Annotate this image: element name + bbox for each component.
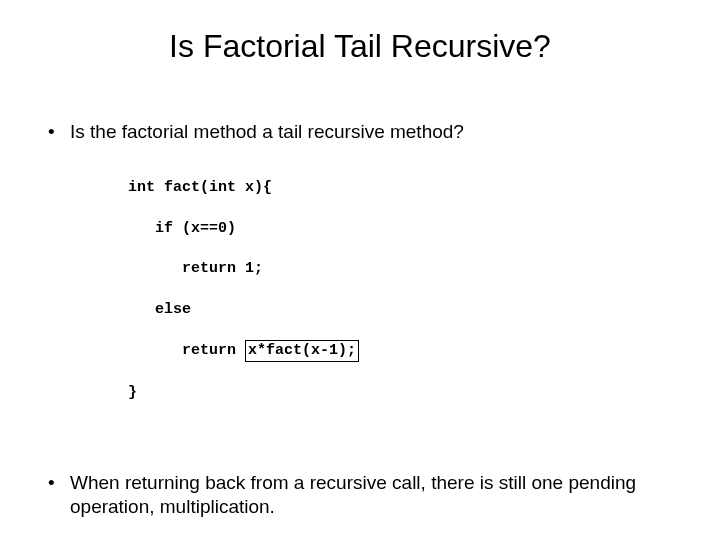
- bullet-item-question: Is the factorial method a tail recursive…: [40, 120, 680, 443]
- highlight-box: x*fact(x-1);: [245, 340, 359, 362]
- code-line: else: [128, 300, 680, 320]
- bullet-text: When returning back from a recursive cal…: [70, 472, 636, 517]
- bullet-item-explanation: When returning back from a recursive cal…: [40, 471, 680, 519]
- code-line: }: [128, 383, 680, 403]
- bullet-list: Is the factorial method a tail recursive…: [40, 120, 680, 540]
- code-line: return 1;: [128, 259, 680, 279]
- slide-body: Is the factorial method a tail recursive…: [40, 120, 680, 540]
- slide: Is Factorial Tail Recursive? Is the fact…: [0, 0, 720, 540]
- bullet-text: Is the factorial method a tail recursive…: [70, 121, 464, 142]
- code-line: if (x==0): [128, 219, 680, 239]
- slide-title: Is Factorial Tail Recursive?: [0, 28, 720, 65]
- code-text: return: [128, 342, 245, 359]
- code-block: int fact(int x){ if (x==0) return 1; els…: [128, 158, 680, 444]
- code-line: int fact(int x){: [128, 178, 680, 198]
- code-line: return x*fact(x-1);: [128, 340, 680, 362]
